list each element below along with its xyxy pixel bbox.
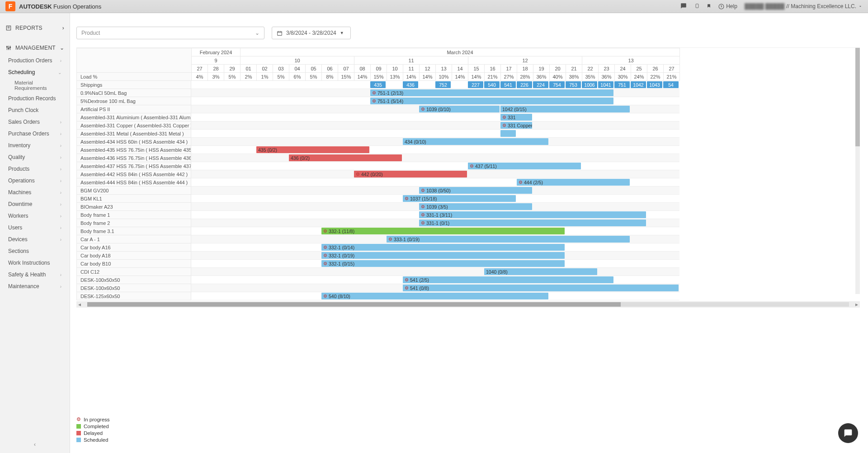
gantt-bar[interactable]: ⚙751-1 (2/13) bbox=[370, 89, 613, 96]
chevron-right-icon: › bbox=[60, 131, 61, 136]
sidebar-item-maintenance[interactable]: Maintenance› bbox=[0, 280, 70, 292]
sidebar-group-management[interactable]: MANAGEMENT ⌄ bbox=[0, 41, 70, 55]
sidebar-item-work-instructions[interactable]: Work Instructions bbox=[0, 257, 70, 269]
sidebar-item-workers[interactable]: Workers› bbox=[0, 210, 70, 222]
gantt-row-label: Car A - 1 bbox=[76, 235, 191, 243]
management-icon bbox=[5, 45, 12, 51]
gantt-bar[interactable]: 435 (0/2) bbox=[256, 146, 369, 153]
sidebar-sub-material-requirements[interactable]: Material Requirements bbox=[0, 78, 70, 93]
sidebar-item-operations[interactable]: Operations› bbox=[0, 175, 70, 187]
sidebar-item-users[interactable]: Users› bbox=[0, 222, 70, 234]
gantt-bar[interactable]: 226 bbox=[517, 81, 532, 88]
gantt-bar[interactable] bbox=[500, 130, 516, 137]
gantt-bar[interactable]: 751 bbox=[614, 81, 630, 88]
sidebar-item-inventory[interactable]: Inventory› bbox=[0, 140, 70, 151]
gantt-bar[interactable]: 1042 bbox=[631, 81, 646, 88]
gantt-bar[interactable]: ⚙541 (2/5) bbox=[403, 276, 613, 283]
chevron-down-icon bbox=[858, 4, 863, 9]
gantt-bar[interactable]: ⚙331-1 (0/1) bbox=[419, 219, 646, 226]
gantt-bar[interactable]: ⚙1039 (0/10) bbox=[419, 106, 500, 112]
gantt-bar[interactable]: 436 (0/2) bbox=[289, 154, 402, 161]
sidebar-item-safety-health[interactable]: Safety & Health› bbox=[0, 269, 70, 280]
gantt-bar[interactable]: 754 bbox=[549, 81, 565, 88]
gantt-row-label: BGM GV200 bbox=[76, 187, 191, 195]
gantt-bar[interactable]: 1042 (0/15) bbox=[500, 106, 630, 112]
gantt-bar[interactable]: ⚙1037 (15/18) bbox=[403, 195, 516, 202]
gantt-bar[interactable]: ⚙331 Copper (0 bbox=[500, 122, 532, 129]
sidebar-item-sales-orders[interactable]: Sales Orders› bbox=[0, 116, 70, 128]
gantt-bar[interactable]: 541 bbox=[500, 81, 516, 88]
sidebar-item-punch-clock[interactable]: Punch Clock bbox=[0, 104, 70, 116]
bookmark-icon[interactable] bbox=[707, 3, 711, 10]
chat-icon[interactable] bbox=[679, 3, 688, 10]
user-menu[interactable]: █████ █████ // Machining Excellence LLC. bbox=[745, 3, 863, 9]
gantt-bar[interactable]: 435 bbox=[370, 81, 386, 88]
gantt-bar[interactable]: ⚙332-1 (0/19) bbox=[321, 252, 565, 259]
chevron-right-icon: › bbox=[60, 178, 61, 183]
svg-point-12 bbox=[9, 47, 10, 48]
sidebar-item-production-orders[interactable]: Production Orders› bbox=[0, 55, 70, 66]
sidebar-item-sections[interactable]: Sections bbox=[0, 245, 70, 257]
chat-fab-button[interactable] bbox=[838, 423, 858, 443]
gantt-row-label: 5%Dextrose 100 mL Bag bbox=[76, 97, 191, 105]
gantt-bar[interactable]: ⚙332-1 (11/8) bbox=[321, 228, 565, 234]
gantt-bar[interactable]: ⚙442 (0/20) bbox=[354, 171, 467, 177]
gantt-bar[interactable]: ⚙540 (8/10) bbox=[321, 293, 548, 299]
gantt-bar[interactable]: 1043 bbox=[647, 81, 662, 88]
legend-scheduled: Scheduled bbox=[76, 437, 860, 443]
gantt-bar[interactable]: 434 (0/10) bbox=[403, 138, 548, 145]
gantt-row-label: Assembled-331 Aluminium ( Assembled-331 … bbox=[76, 113, 191, 121]
gantt-bar[interactable]: 1041 bbox=[598, 81, 613, 88]
gantt-bar[interactable]: ⚙751-1 (5/14) bbox=[370, 98, 613, 104]
sidebar-item-downtime[interactable]: Downtime› bbox=[0, 198, 70, 210]
gantt-bar[interactable]: 224 bbox=[533, 81, 548, 88]
help-button[interactable]: Help bbox=[718, 3, 737, 9]
horizontal-scrollbar[interactable]: ◂ ▸ bbox=[76, 301, 860, 308]
gantt-bar[interactable]: ⚙444 (2/5) bbox=[517, 179, 630, 186]
gantt-row-label: CDI C12 bbox=[76, 268, 191, 276]
sidebar-item-machines[interactable]: Machines› bbox=[0, 187, 70, 198]
gantt-bar[interactable]: ⚙1039 (3/5) bbox=[419, 203, 532, 210]
gear-icon: ⚙ bbox=[421, 212, 425, 217]
gear-icon: ⚙ bbox=[421, 204, 425, 209]
gantt-bar[interactable]: ⚙331-1 (3/11) bbox=[419, 211, 646, 218]
gantt-bar[interactable]: 1006 bbox=[582, 81, 597, 88]
gantt-bar[interactable]: 753 bbox=[566, 81, 581, 88]
gantt-row-label: Car body A18 bbox=[76, 252, 191, 260]
sidebar-item-devices[interactable]: Devices› bbox=[0, 234, 70, 245]
sidebar-group-reports[interactable]: REPORTS › bbox=[0, 21, 70, 35]
gantt-bar[interactable]: ⚙331 bbox=[500, 114, 532, 121]
autodesk-logo: F bbox=[5, 1, 15, 11]
vertical-scrollbar[interactable] bbox=[855, 48, 860, 294]
brand-main: AUTODESK bbox=[19, 3, 52, 10]
gantt-bar[interactable]: ⚙1038 (0/50) bbox=[419, 187, 532, 194]
mobile-icon[interactable] bbox=[695, 2, 699, 11]
chevron-right-icon: › bbox=[60, 167, 61, 172]
gantt-bar[interactable]: ⚙541 (0/8) bbox=[403, 285, 679, 291]
gantt-bar[interactable]: ⚙437 (5/11) bbox=[468, 163, 581, 169]
gear-icon: ⚙ bbox=[519, 180, 523, 185]
gantt-bar[interactable]: 54 bbox=[663, 81, 679, 88]
gantt-bar[interactable]: 436 bbox=[403, 81, 418, 88]
gantt-bar[interactable]: 540 bbox=[484, 81, 500, 88]
gantt-bar[interactable]: ⚙332-1 (0/15) bbox=[321, 260, 565, 267]
sidebar-collapse-button[interactable]: ‹ bbox=[34, 441, 36, 448]
gantt-row-label: 0.9%NaCl 50mL Bag bbox=[76, 89, 191, 97]
sidebar-item-products[interactable]: Products› bbox=[0, 163, 70, 175]
sidebar-item-quality[interactable]: Quality› bbox=[0, 151, 70, 163]
gantt-bar[interactable]: ⚙332-1 (0/14) bbox=[321, 244, 565, 251]
gantt-bar[interactable]: 1040 (0/8) bbox=[484, 268, 597, 275]
product-select[interactable]: Product ⌄ bbox=[76, 27, 264, 39]
gantt-bar[interactable]: 752 bbox=[435, 81, 451, 88]
svg-rect-13 bbox=[278, 31, 282, 35]
date-range-picker[interactable]: 3/8/2024 - 3/28/2024 ▼ bbox=[272, 27, 351, 39]
sidebar-item-scheduling[interactable]: Scheduling⌄ bbox=[0, 66, 70, 78]
calendar-icon bbox=[277, 30, 283, 36]
gantt-bar[interactable]: 227 bbox=[468, 81, 483, 88]
sidebar-item-purchase-orders[interactable]: Purchase Orders› bbox=[0, 128, 70, 140]
sidebar-item-production-records[interactable]: Production Records bbox=[0, 93, 70, 104]
chevron-right-icon: › bbox=[60, 190, 61, 195]
gantt-chart: February 2024March 202491011121327282901… bbox=[76, 47, 860, 408]
gantt-bar[interactable]: ⚙333-1 (0/19) bbox=[387, 236, 630, 243]
gear-icon: ⚙ bbox=[421, 107, 425, 112]
